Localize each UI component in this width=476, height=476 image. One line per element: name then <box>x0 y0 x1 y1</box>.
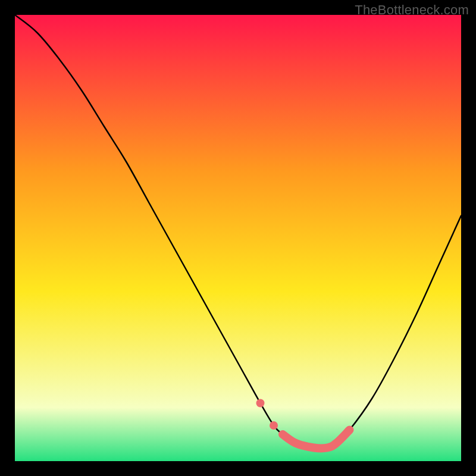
optimal-dot <box>256 399 265 408</box>
optimal-dot <box>270 421 278 430</box>
plot-area <box>15 15 461 461</box>
chart-svg <box>15 15 461 461</box>
gradient-background <box>15 15 461 461</box>
outer-frame: TheBottleneck.com <box>0 0 476 476</box>
